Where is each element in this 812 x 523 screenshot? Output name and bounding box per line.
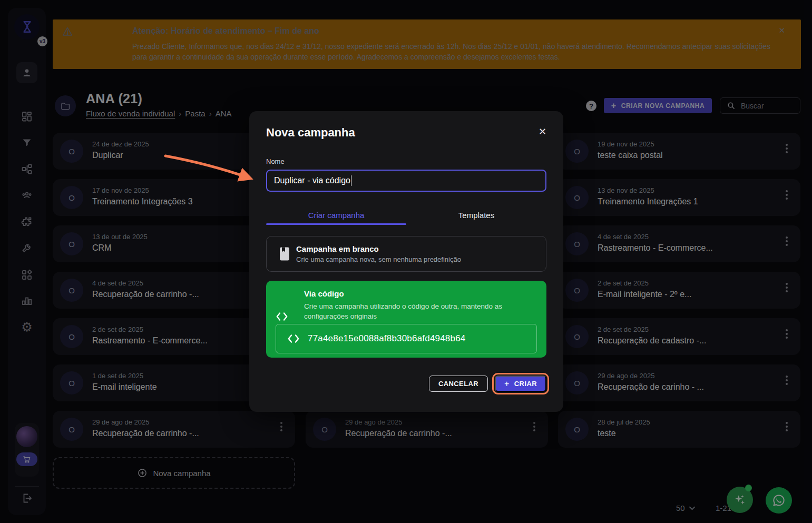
- modal-title: Nova campanha: [266, 126, 355, 140]
- tab-templates[interactable]: Templates: [406, 205, 546, 225]
- tab-criar-campanha[interactable]: Criar campanha: [266, 205, 406, 225]
- blank-campaign-title: Campanha em branco: [296, 244, 461, 253]
- app-window: v3: [0, 0, 812, 523]
- new-campaign-modal: Nova campanha ✕ Nome Duplicar - via códi…: [249, 111, 563, 412]
- blank-campaign-option[interactable]: Campanha em branco Crie uma campanha nov…: [266, 236, 546, 272]
- notebook-icon: [273, 246, 296, 261]
- name-label: Nome: [266, 157, 546, 165]
- via-codigo-option[interactable]: Via código Crie uma campanha utilizando …: [266, 281, 546, 358]
- text-caret: [351, 175, 352, 186]
- code-icon: [276, 311, 288, 322]
- campaign-name-input[interactable]: Duplicar - via código: [266, 170, 546, 192]
- via-codigo-desc: Crie uma campanha utilizando o código de…: [304, 301, 515, 321]
- campaign-code-value: 77a4e8e15e0088af8b30b6afd4948b64: [308, 333, 465, 344]
- blank-campaign-desc: Crie uma campanha nova, sem nenhuma pred…: [296, 255, 461, 263]
- campaign-name-value: Duplicar - via código: [274, 176, 350, 185]
- modal-tabs: Criar campanha Templates: [266, 205, 546, 225]
- cancel-button[interactable]: CANCELAR: [429, 376, 488, 392]
- active-tab-underline: [266, 223, 406, 225]
- via-codigo-title: Via código: [304, 289, 537, 298]
- close-icon[interactable]: ✕: [539, 126, 546, 137]
- plus-icon: +: [504, 379, 510, 389]
- criar-button[interactable]: + CRIAR: [495, 376, 546, 392]
- campaign-code-field[interactable]: 77a4e8e15e0088af8b30b6afd4948b64: [276, 324, 537, 353]
- code-icon: [287, 333, 300, 344]
